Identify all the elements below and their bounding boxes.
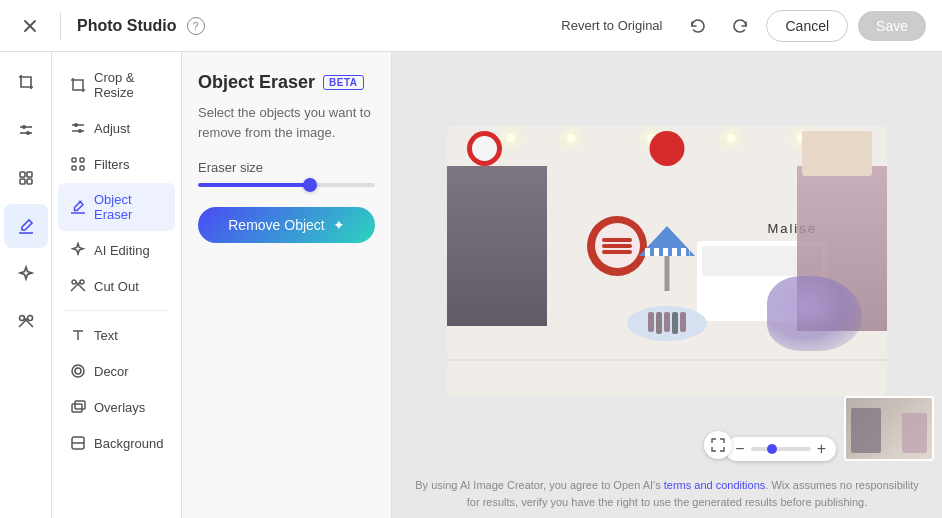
- svg-rect-8: [20, 179, 25, 184]
- revert-button[interactable]: Revert to Original: [551, 12, 672, 39]
- save-button[interactable]: Save: [858, 11, 926, 41]
- svg-point-12: [27, 316, 32, 321]
- undo-button[interactable]: [682, 10, 714, 42]
- sparkle-icon: ✦: [333, 217, 345, 233]
- thumbnail-inner: [846, 398, 932, 459]
- svg-rect-33: [75, 401, 85, 409]
- panel-item-ai-editing[interactable]: AI Editing: [58, 233, 175, 267]
- left-panel: Crop & Resize Adjust Filters: [52, 52, 182, 518]
- panel-item-object-eraser[interactable]: Object Eraser: [58, 183, 175, 231]
- top-bar-right: Revert to Original Cancel Save: [551, 10, 926, 42]
- zoom-slider-thumb: [767, 444, 777, 454]
- zoom-slider[interactable]: [751, 447, 811, 451]
- red-circle-deco-2: [650, 131, 685, 166]
- sidebar-item-object-eraser[interactable]: [4, 204, 48, 248]
- panel-item-adjust[interactable]: Adjust: [58, 111, 175, 145]
- tent-stripe: [645, 248, 690, 256]
- sidebar-item-filters[interactable]: [4, 156, 48, 200]
- canvas-footer: By using AI Image Creator, you agree to …: [392, 469, 942, 518]
- sidebar-icons: [0, 52, 52, 518]
- rack-base: [627, 306, 707, 341]
- svg-point-30: [75, 368, 81, 374]
- svg-rect-19: [72, 158, 76, 162]
- top-bar-left: Photo Studio ?: [16, 12, 551, 40]
- app-title: Photo Studio: [77, 17, 177, 35]
- store-background: Malise: [447, 126, 887, 396]
- main-layout: Crop & Resize Adjust Filters: [0, 52, 942, 518]
- thumbnail-minimap: [844, 396, 934, 461]
- top-bar: Photo Studio ? Revert to Original Cancel…: [0, 0, 942, 52]
- fit-to-screen-button[interactable]: [704, 431, 732, 459]
- slider-thumb: [303, 178, 317, 192]
- light-1: [507, 134, 515, 142]
- left-clothing-rack: [447, 166, 547, 326]
- zoom-in-button[interactable]: +: [817, 441, 826, 457]
- eraser-size-slider[interactable]: [198, 183, 375, 187]
- canvas-image[interactable]: Malise: [447, 126, 887, 396]
- canvas-content[interactable]: Malise: [392, 52, 942, 469]
- slider-track: [198, 183, 375, 187]
- svg-point-11: [19, 316, 24, 321]
- svg-rect-20: [80, 158, 84, 162]
- sidebar-item-ai-editing[interactable]: [4, 252, 48, 296]
- svg-rect-32: [72, 404, 82, 412]
- panel-item-overlays[interactable]: Overlays: [58, 390, 175, 424]
- red-circle-deco-1: [467, 131, 502, 166]
- panel-item-object-eraser-label: Object Eraser: [94, 192, 163, 222]
- svg-point-24: [72, 280, 76, 284]
- panel-item-crop[interactable]: Crop & Resize: [58, 61, 175, 109]
- tool-description: Select the objects you want to remove fr…: [198, 103, 375, 142]
- tool-panel: Object Eraser BETA Select the objects yo…: [182, 52, 392, 518]
- center-rack-assembly: [617, 226, 717, 341]
- svg-rect-21: [72, 166, 76, 170]
- svg-rect-22: [80, 166, 84, 170]
- svg-point-31: [72, 365, 84, 377]
- terms-link[interactable]: terms and conditions: [664, 479, 766, 491]
- svg-rect-6: [20, 172, 25, 177]
- sidebar-item-crop[interactable]: [4, 60, 48, 104]
- tool-title: Object Eraser BETA: [198, 72, 375, 93]
- svg-point-18: [78, 129, 82, 133]
- svg-point-4: [22, 125, 26, 129]
- svg-point-17: [74, 123, 78, 127]
- panel-item-text[interactable]: Text: [58, 318, 175, 352]
- panel-item-ai-editing-label: AI Editing: [94, 243, 150, 258]
- panel-item-crop-label: Crop & Resize: [94, 70, 163, 100]
- help-icon[interactable]: ?: [187, 17, 205, 35]
- rack-pole: [665, 256, 670, 291]
- beta-badge: BETA: [323, 75, 363, 90]
- svg-rect-7: [27, 172, 32, 177]
- sidebar-item-adjust[interactable]: [4, 108, 48, 152]
- panel-item-filters-label: Filters: [94, 157, 129, 172]
- remove-object-button[interactable]: Remove Object ✦: [198, 207, 375, 243]
- panel-item-cut-out-label: Cut Out: [94, 279, 139, 294]
- svg-point-5: [26, 131, 30, 135]
- zoom-out-button[interactable]: −: [735, 441, 744, 457]
- zoom-controls: − +: [725, 437, 836, 461]
- panel-item-adjust-label: Adjust: [94, 121, 130, 136]
- eraser-size-label: Eraser size: [198, 160, 375, 175]
- redo-button[interactable]: [724, 10, 756, 42]
- cancel-button[interactable]: Cancel: [766, 10, 848, 42]
- panel-item-decorative[interactable]: Decor: [58, 354, 175, 388]
- panel-separator-1: [64, 310, 169, 311]
- panel-item-overlays-label: Overlays: [94, 400, 145, 415]
- panel-item-filters[interactable]: Filters: [58, 147, 175, 181]
- light-4: [727, 134, 735, 142]
- panel-item-text-label: Text: [94, 328, 118, 343]
- top-bar-divider: [60, 12, 61, 40]
- light-2: [567, 134, 575, 142]
- panel-item-cut-out[interactable]: Cut Out: [58, 269, 175, 303]
- close-button[interactable]: [16, 12, 44, 40]
- panel-item-background-label: Background: [94, 436, 163, 451]
- svg-point-25: [80, 280, 84, 284]
- sidebar-item-cut-out[interactable]: [4, 300, 48, 344]
- panel-item-background[interactable]: Background: [58, 426, 175, 460]
- back-image: [802, 131, 872, 176]
- panel-item-decorative-label: Decor: [94, 364, 129, 379]
- svg-rect-9: [27, 179, 32, 184]
- canvas-area: Malise: [392, 52, 942, 518]
- floor-line: [447, 359, 887, 361]
- footer-text-before: By using AI Image Creator, you agree to …: [415, 479, 664, 491]
